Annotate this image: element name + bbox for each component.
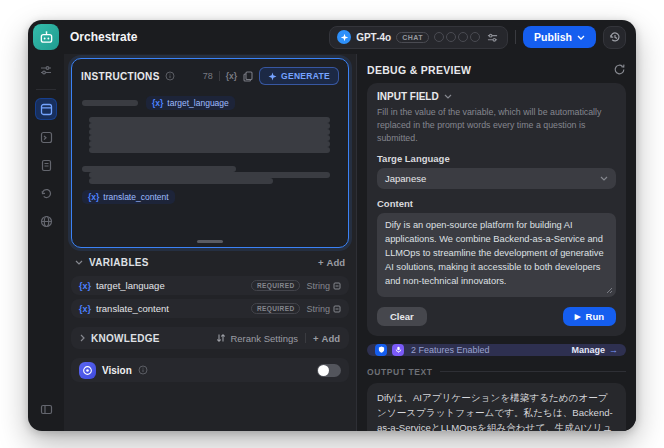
sidebar-item-refresh[interactable]: [35, 182, 57, 204]
chevron-down-icon: [600, 176, 608, 181]
required-badge: REQUIRED: [251, 280, 301, 291]
variable-type-label: String: [306, 304, 330, 314]
content-value: Dify is an open-source platform for buil…: [385, 220, 604, 286]
output-text-value: Difyは、AIアプリケーションを構築するためのオープンソースプラットフォームで…: [377, 392, 613, 431]
add-label: Add: [322, 333, 340, 344]
resize-grip-icon[interactable]: [606, 287, 613, 294]
model-mode-badge: CHAT: [396, 32, 429, 43]
info-icon: [165, 71, 175, 81]
knowledge-section-header[interactable]: KNOWLEDGE Rerank Settings + Add: [71, 327, 349, 349]
insert-variable-icon[interactable]: {x}: [226, 71, 237, 81]
manage-features-button[interactable]: Manage →: [571, 345, 618, 355]
clear-button[interactable]: Clear: [377, 307, 427, 326]
add-variable-button[interactable]: + Add: [318, 257, 345, 268]
orchestrate-icon: [40, 103, 53, 116]
feature-moderation-icon: [375, 344, 387, 356]
model-provider-icon: [337, 30, 351, 44]
resize-handle[interactable]: [197, 240, 223, 243]
divider: [219, 71, 220, 81]
arrow-right-icon: →: [609, 345, 618, 355]
history-button[interactable]: [603, 26, 626, 49]
add-label: Add: [327, 257, 345, 268]
chevron-down-icon: [577, 35, 585, 40]
variables-title: VARIABLES: [89, 257, 149, 268]
rerank-label: Rerank Settings: [230, 333, 298, 344]
globe-icon: [40, 215, 53, 228]
orchestrate-pane: INSTRUCTIONS 78 {x}: [64, 54, 356, 431]
document-list-icon: [40, 159, 53, 172]
variable-chip[interactable]: {x} target_language: [146, 96, 235, 110]
instructions-title: INSTRUCTIONS: [81, 71, 160, 82]
variable-chip[interactable]: {x} translate_content: [82, 190, 175, 204]
capability-icon: [434, 32, 444, 42]
refresh-icon: [613, 63, 626, 76]
divider: [440, 371, 626, 372]
add-knowledge-button[interactable]: + Add: [313, 333, 340, 344]
app-logo[interactable]: [33, 24, 59, 50]
feature-speech-icon: [392, 344, 404, 356]
skeleton-line: [89, 178, 273, 184]
plus-icon: +: [313, 333, 319, 344]
input-field-title: INPUT FIELD: [377, 91, 439, 102]
variable-type-label: String: [306, 281, 330, 291]
variable-x-icon: {x}: [152, 98, 163, 108]
publish-label: Publish: [534, 31, 572, 43]
variable-type-dropdown[interactable]: String: [306, 304, 341, 314]
titlebar: Orchestrate GPT-4o CHAT: [28, 20, 636, 54]
play-icon: ▶: [575, 312, 581, 321]
sparkle-icon: [268, 72, 277, 81]
prompt-content[interactable]: {x} target_language {x}: [72, 88, 348, 247]
model-selector[interactable]: GPT-4o CHAT: [329, 26, 508, 49]
content-textarea[interactable]: Dify is an open-source platform for buil…: [377, 213, 616, 297]
sidebar-item-prompt-log[interactable]: [35, 126, 57, 148]
sidebar-item-annotation[interactable]: [35, 210, 57, 232]
plus-icon: +: [318, 257, 324, 268]
refresh-icon: [40, 187, 53, 200]
variable-row[interactable]: {x} translate_content REQUIRED String: [71, 299, 349, 318]
run-button[interactable]: ▶ Run: [563, 307, 616, 326]
variable-x-icon: {x}: [79, 281, 91, 291]
features-status-text: 2 Features Enabled: [411, 345, 490, 355]
page-title: Orchestrate: [70, 30, 137, 44]
sidebar-tune-icon[interactable]: [35, 59, 57, 81]
debug-preview-pane: DEBUG & PREVIEW INPUT FIELD Fill in the …: [356, 54, 636, 431]
divider: [36, 89, 56, 90]
generate-button[interactable]: GENERATE: [259, 67, 339, 85]
variable-chip-label: target_language: [167, 98, 228, 108]
variable-type-dropdown[interactable]: String: [306, 281, 341, 291]
variable-name: target_language: [96, 280, 165, 291]
output-text-card: Difyは、AIアプリケーションを構築するためのオープンソースプラットフォームで…: [367, 383, 626, 431]
variables-section-header[interactable]: VARIABLES + Add: [71, 248, 349, 272]
variable-x-icon: {x}: [88, 192, 99, 202]
manage-label: Manage: [571, 345, 605, 355]
language-select[interactable]: Japanese: [377, 168, 616, 189]
restart-button[interactable]: [613, 63, 626, 76]
instructions-editor: INSTRUCTIONS 78 {x}: [71, 58, 349, 248]
variable-row[interactable]: {x} target_language REQUIRED String: [71, 276, 349, 295]
settings-icon: [333, 305, 341, 313]
copy-icon[interactable]: [243, 71, 253, 82]
capability-icon: [458, 32, 468, 42]
knowledge-title: KNOWLEDGE: [91, 333, 160, 344]
chevron-down-icon: [75, 260, 83, 265]
rerank-settings-button[interactable]: Rerank Settings: [216, 333, 298, 344]
debug-preview-title: DEBUG & PREVIEW: [367, 64, 471, 76]
char-count: 78: [203, 71, 213, 81]
capability-icon: [470, 32, 480, 42]
publish-button[interactable]: Publish: [523, 26, 596, 48]
input-field-header[interactable]: INPUT FIELD: [377, 91, 616, 102]
sidebar-item-orchestrate[interactable]: [35, 98, 57, 120]
content-field-label: Content: [377, 198, 616, 209]
variable-name: translate_content: [96, 303, 169, 314]
model-params-icon[interactable]: [485, 30, 500, 45]
vision-toggle[interactable]: [317, 364, 341, 377]
robot-icon: [39, 30, 54, 45]
language-select-value: Japanese: [385, 173, 426, 184]
history-icon: [609, 31, 621, 43]
features-enabled-bar[interactable]: 2 Features Enabled Manage →: [367, 344, 626, 356]
sidebar-item-logs[interactable]: [35, 154, 57, 176]
sidebar-collapse-button[interactable]: [35, 398, 57, 420]
skeleton-line: [89, 147, 330, 153]
terminal-icon: [40, 131, 53, 144]
rerank-icon: [216, 333, 226, 343]
